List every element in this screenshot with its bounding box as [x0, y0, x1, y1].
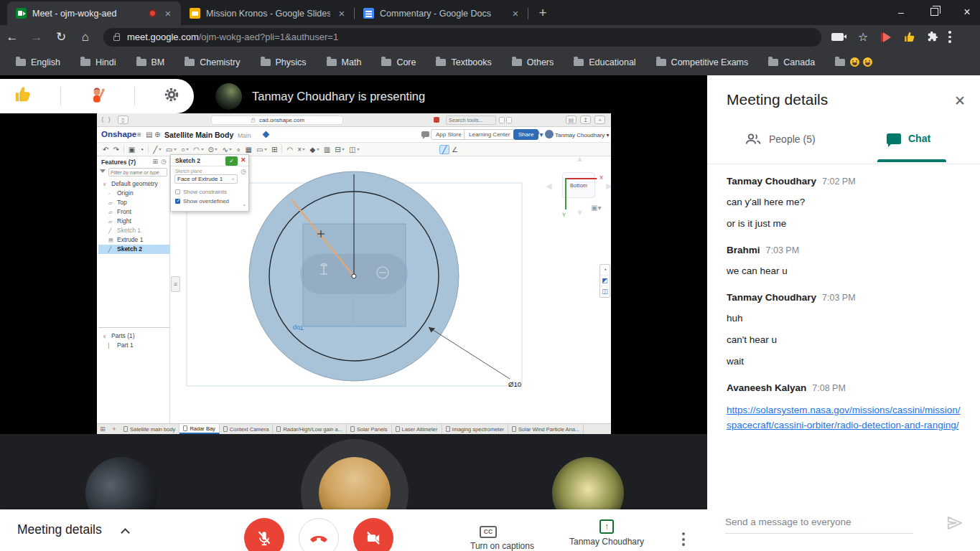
sketch-tool-icon[interactable]: ↶	[101, 146, 111, 154]
document-tab[interactable]: Satellite main body	[120, 424, 179, 434]
sketch-tool-icon[interactable]: ╱	[151, 146, 164, 154]
comments-icon[interactable]	[421, 131, 429, 137]
measure-tool-icon[interactable]: ∠	[449, 146, 460, 154]
sketch-tool-icon[interactable]: ∘	[234, 146, 243, 154]
mute-microphone-button[interactable]	[244, 518, 284, 551]
help-icon[interactable]: ?▾	[536, 131, 543, 138]
bookmark-folder[interactable]: Textbooks	[429, 55, 498, 70]
clear-selection-icon[interactable]: ×	[231, 175, 235, 184]
presentation-control[interactable]: ↑ Tanmay Choudhary	[553, 519, 661, 547]
camera-permission-icon[interactable]	[831, 33, 844, 41]
onshape-logo[interactable]: Onshape	[101, 130, 136, 138]
tab-close-icon[interactable]: ×	[336, 7, 347, 19]
bookmark-folder[interactable]: Physics	[253, 55, 314, 70]
sketch-tool-icon[interactable]: ○	[179, 146, 192, 154]
document-tab[interactable]: Laser Altimeter	[392, 424, 442, 434]
new-tab-button[interactable]: +	[533, 3, 553, 23]
sketch-tool-icon[interactable]: ↷	[111, 146, 121, 154]
browser-tab[interactable]: Mission Kronos - Google Slides×	[181, 1, 355, 25]
extensions-puzzle-icon[interactable]	[921, 31, 944, 43]
isolate-view-icon[interactable]: ◫	[600, 286, 610, 297]
bookmark-folder[interactable]: Chemistry	[177, 55, 247, 70]
feature-tree-item[interactable]: ◦Origin	[98, 189, 170, 198]
dimension-label[interactable]: Ø10	[508, 380, 521, 388]
learning-center-button[interactable]: Learning Center	[464, 129, 515, 140]
bookmark-folder[interactable]: Core	[374, 55, 423, 70]
document-tab[interactable]: Radar/High/Low gain a...	[273, 424, 347, 434]
send-message-icon[interactable]	[946, 514, 964, 535]
close-window-button[interactable]: ×	[960, 6, 974, 19]
view-cube[interactable]: ▲ ▼ ◀ ▶ Bottom X Y ▣▾	[546, 154, 611, 230]
sketch-tool-icon[interactable]: ⊟	[332, 146, 347, 154]
close-panel-icon[interactable]: ✕	[954, 93, 966, 109]
sketch-plane-value[interactable]: Face of Extrude 1×	[174, 174, 238, 184]
bookmark-star-icon[interactable]: ☆	[858, 30, 868, 44]
sketch-tool-icon[interactable]: ◠	[284, 146, 295, 154]
onshape-tree-icon[interactable]: ▤	[146, 131, 152, 138]
chat-message-input[interactable]	[725, 517, 913, 534]
parts-header[interactable]: ∨Parts (1)	[98, 331, 170, 341]
browser-menu-icon[interactable]	[948, 31, 951, 43]
settings-gear-icon[interactable]	[163, 86, 180, 106]
part-item[interactable]: ▏Part 1	[98, 341, 170, 350]
hang-up-button[interactable]	[299, 518, 339, 551]
feature-tree-item[interactable]: ▱Front	[98, 207, 170, 217]
search-tools-input[interactable]	[446, 116, 496, 125]
panel-collapse-handle[interactable]: ≡	[171, 276, 180, 292]
extension-thumbs-up-icon[interactable]	[898, 31, 921, 44]
rotate-right-arrow[interactable]: ▶	[606, 182, 611, 191]
thumbs-up-reaction-button[interactable]	[14, 85, 32, 107]
history-icon[interactable]: ◷	[161, 158, 167, 165]
bookmark-folder[interactable]: Competitive Exams	[649, 55, 756, 70]
document-title[interactable]: Satellite Main Body	[164, 131, 233, 139]
captions-control[interactable]: CC Turn on captions	[470, 524, 506, 551]
reload-button[interactable]: ↻	[49, 29, 73, 44]
minimize-button[interactable]: –	[894, 6, 908, 18]
add-tab-icon[interactable]: +	[108, 424, 120, 434]
document-tab[interactable]: Solar Panels	[347, 424, 392, 434]
sketch-tool-icon[interactable]: ◆	[307, 146, 321, 154]
section-view-icon[interactable]: ◩	[600, 276, 610, 286]
view-options-toolbar[interactable]: ◔ ◩ ◫	[599, 264, 610, 298]
bookmark-folder[interactable]	[828, 55, 879, 70]
feature-tree-item[interactable]: ╱Sketch 1	[98, 226, 170, 235]
browser-tab[interactable]: Commentary - Google Docs×	[355, 1, 528, 25]
document-tab[interactable]: Context Camera	[220, 424, 274, 434]
account-avatar[interactable]	[545, 130, 554, 138]
home-button[interactable]: ⌂	[73, 30, 98, 44]
document-tab[interactable]: Radar Bay	[179, 424, 219, 434]
insert-feature-icon[interactable]: ⊞	[152, 158, 158, 165]
document-tab[interactable]: Imaging spectrometer	[442, 424, 509, 434]
feature-filter-input[interactable]	[108, 168, 167, 176]
sketch-tool-icon[interactable]: ▭	[164, 146, 179, 154]
dialog-refresh-icon[interactable]: ◔	[242, 202, 246, 209]
sketch-tool-icon[interactable]: ▣	[126, 146, 137, 154]
feature-tree-item[interactable]: ▱Top	[98, 198, 170, 207]
sketch-tool-icon[interactable]: ▥	[322, 146, 332, 154]
tab-close-icon[interactable]: ×	[510, 7, 521, 19]
tab-chat[interactable]: Chat	[887, 133, 930, 144]
chat-link[interactable]: https://solarsystem.nasa.gov/missions/ca…	[727, 402, 963, 433]
bookmark-folder[interactable]: Math	[319, 55, 369, 70]
more-options-icon[interactable]	[682, 532, 685, 546]
sketch-tool-icon[interactable]: ∿	[220, 146, 234, 154]
bookmark-folder[interactable]: Canada	[761, 55, 822, 70]
feature-tree-item[interactable]: ▤Extrude 1	[98, 235, 170, 245]
forward-button[interactable]: →	[24, 30, 49, 44]
extension-stream-icon[interactable]	[875, 32, 898, 42]
sketch-tool-icon[interactable]: ◫	[347, 146, 362, 154]
bookmark-folder[interactable]: BM	[129, 55, 172, 70]
browser-tab[interactable]: Meet - ojm-wokg-aed×	[7, 1, 181, 25]
show-overdefined-checkbox[interactable]: Show overdefined	[175, 198, 229, 204]
bookmark-folder[interactable]: Educational	[566, 55, 643, 70]
app-store-button[interactable]: App Store	[431, 129, 467, 140]
rotate-up-arrow[interactable]: ▲	[576, 154, 584, 163]
sketch-tool-icon[interactable]: ⊞	[269, 146, 279, 154]
back-button[interactable]: ←	[0, 30, 24, 44]
feature-tree-item[interactable]: ∨Default geometry	[98, 179, 170, 189]
chevron-up-icon[interactable]	[121, 528, 130, 537]
rotate-left-arrow[interactable]: ◀	[546, 182, 551, 191]
rotate-down-arrow[interactable]: ▼	[576, 208, 584, 217]
workspace-label[interactable]: Main	[238, 132, 251, 139]
view-cube-face[interactable]: Bottom	[562, 172, 595, 198]
